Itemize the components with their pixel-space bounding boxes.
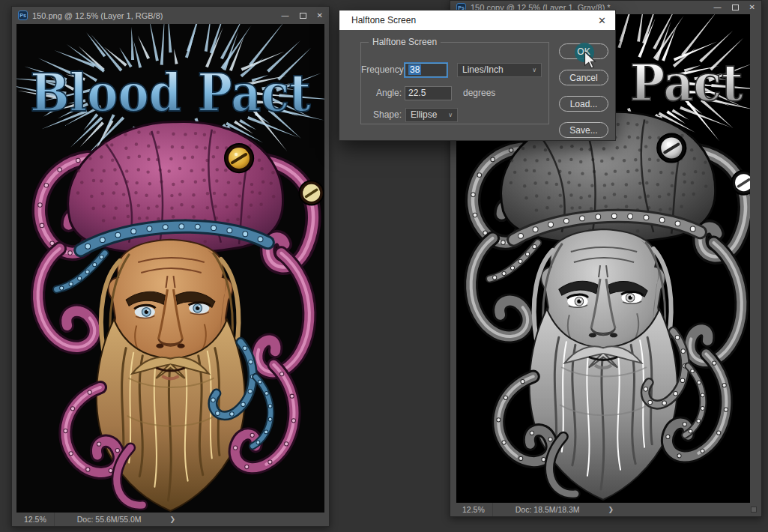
group-label: Halftone Screen: [369, 37, 441, 47]
doc-size: Doc: 55.6M/55.0M: [77, 515, 142, 524]
document-window-rgb: Ps 150.png @ 12.5% (Layer 1, RGB/8) — ✕ …: [11, 6, 330, 527]
chevron-down-icon: ∨: [532, 67, 536, 73]
chevron-down-icon: ∨: [448, 112, 453, 118]
dialog-close-icon[interactable]: ✕: [598, 15, 606, 26]
mouse-cursor: [584, 52, 596, 69]
close-icon[interactable]: ✕: [317, 12, 323, 19]
status-chevron-icon[interactable]: ❯: [608, 506, 614, 513]
maximize-icon[interactable]: [732, 4, 739, 10]
canvas-rgb[interactable]: [16, 24, 324, 514]
status-bar-rgb: 12.5% Doc: 55.6M/55.0M ❯: [12, 513, 329, 526]
dialog-titlebar[interactable]: Halftone Screen ✕: [339, 10, 615, 30]
minimize-icon[interactable]: —: [714, 4, 722, 11]
halftone-screen-dialog: Halftone Screen ✕ Halftone Screen Freque…: [339, 10, 616, 141]
shape-dropdown[interactable]: Ellipse ∨: [405, 108, 458, 122]
save-button[interactable]: Save...: [559, 122, 608, 138]
zoom-level[interactable]: 12.5%: [450, 503, 493, 516]
angle-label: Angle:: [361, 88, 405, 98]
doc-size: Doc: 18.5M/18.3M: [515, 505, 580, 514]
frequency-label: Frequency:: [361, 64, 405, 75]
maximize-icon[interactable]: [300, 13, 306, 19]
cancel-button[interactable]: Cancel: [559, 70, 608, 85]
frequency-value: 38: [408, 64, 421, 75]
shape-value: Ellipse: [411, 109, 437, 120]
load-button[interactable]: Load...: [559, 96, 608, 112]
frequency-unit-dropdown[interactable]: Lines/Inch ∨: [457, 63, 542, 77]
angle-input[interactable]: 22.5: [405, 86, 452, 100]
status-bar-gray: 12.5% Doc: 18.5M/18.3M ❯: [450, 503, 761, 516]
document-title-rgb: 150.png @ 12.5% (Layer 1, RGB/8): [32, 11, 277, 20]
ok-button[interactable]: OK: [559, 43, 608, 59]
status-chevron-icon[interactable]: ❯: [170, 516, 176, 523]
minimize-icon[interactable]: —: [282, 12, 289, 19]
halftone-screen-group: Halftone Screen Frequency: 38 Lines/Inch…: [360, 42, 549, 124]
dialog-title: Halftone Screen: [351, 15, 416, 25]
frequency-input[interactable]: 38: [405, 63, 447, 77]
angle-unit-label: degrees: [463, 88, 495, 98]
angle-value: 22.5: [408, 88, 426, 98]
titlebar-rgb[interactable]: Ps 150.png @ 12.5% (Layer 1, RGB/8) — ✕: [12, 7, 329, 24]
artwork-rgb: [16, 24, 324, 514]
zoom-level[interactable]: 12.5%: [12, 513, 55, 526]
shape-label: Shape:: [361, 109, 405, 120]
photoshop-file-icon: Ps: [18, 10, 28, 20]
frequency-unit-value: Lines/Inch: [462, 64, 504, 75]
close-icon[interactable]: ✕: [749, 4, 755, 11]
resize-grip[interactable]: [751, 507, 757, 513]
photoshop-workspace: Blood Pact: [0, 0, 768, 532]
